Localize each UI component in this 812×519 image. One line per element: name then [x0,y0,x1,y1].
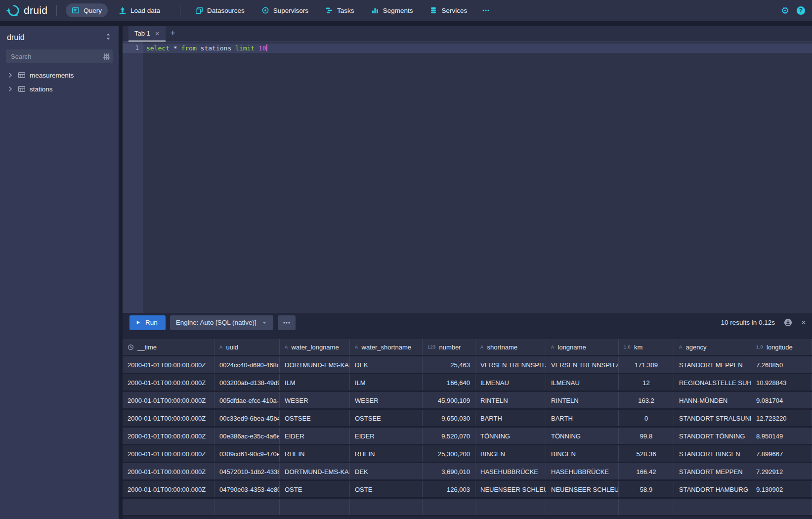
cell-uuid[interactable]: 0024cc40-d690-468d-84 [214,356,280,373]
column-header-km[interactable]: 1.0km [619,339,674,355]
cell-uuid[interactable]: 0309cd61-90c9-470e-99 [214,445,280,462]
cell-agency[interactable]: STANDORT STRALSUND [674,410,751,426]
cell-__time[interactable]: 2000-01-01T00:00:00.000Z [123,392,214,408]
nav-item-segments[interactable]: Segments [365,3,419,17]
cell-longitude[interactable]: 10.928843 [751,374,812,390]
cell-longitude[interactable]: 7.260850 [751,356,812,373]
cell-longname[interactable]: RINTELN [546,392,619,408]
filter-sliders-icon[interactable] [103,53,114,60]
cell-km[interactable]: 58.9 [619,481,674,497]
cell-km[interactable]: 99.8 [619,428,674,444]
tree-item-measurements[interactable]: measurements [0,68,119,82]
cell-water_longname[interactable]: EIDER [280,428,350,444]
cell-water_shortname[interactable]: DEK [350,356,423,373]
cell-shortname[interactable]: BINGEN [475,445,546,462]
help-icon[interactable]: ? [797,6,805,15]
nav-item-tasks[interactable]: Tasks [319,3,360,17]
column-header-longitude[interactable]: 1.0longitude [751,339,812,355]
cell-number[interactable]: 166,640 [423,374,475,390]
cell-agency[interactable]: STANDORT MEPPEN [674,463,751,479]
tab-tab1[interactable]: Tab 1 × [128,26,166,42]
cell-agency[interactable]: REGIONALSTELLE SUHL [674,374,751,390]
cell-water_longname[interactable]: DORTMUND-EMS-KANA [280,463,350,479]
cell-agency[interactable]: HANN-MÜNDEN [674,392,751,408]
cell-water_shortname[interactable]: ILM [350,374,423,390]
cell-longname[interactable]: TÖNNING [546,428,619,444]
gear-icon[interactable]: ⚙ [781,6,789,15]
cell-uuid[interactable]: 003200ab-d138-49d9-aa [214,374,280,390]
cell-water_shortname[interactable]: OSTE [350,481,423,497]
cell-water_longname[interactable]: DORTMUND-EMS-KANA [280,356,350,373]
cell-shortname[interactable]: VERSEN TRENNSPITZE [475,356,546,373]
cell-number[interactable]: 45,900,109 [423,392,475,408]
more-menu-button[interactable] [478,3,494,17]
cell-km[interactable]: 528.36 [619,445,674,462]
cell-water_longname[interactable]: ILM [280,374,350,390]
cell-shortname[interactable]: RINTELN [475,392,546,408]
cell-shortname[interactable]: TÖNNING [475,428,546,444]
brand[interactable]: druid [6,3,47,17]
close-icon[interactable]: × [155,30,160,37]
cell-water_longname[interactable]: OSTE [280,481,350,497]
cell-__time[interactable]: 2000-01-01T00:00:00.000Z [123,374,214,390]
cell-shortname[interactable]: BARTH [475,410,546,426]
cell-longname[interactable]: BINGEN [546,445,619,462]
cell-km[interactable]: 163.2 [619,392,674,408]
cell-water_shortname[interactable]: OSTSEE [350,410,423,426]
cell-longname[interactable]: ILMENAU [546,374,619,390]
cell-water_shortname[interactable]: DEK [350,463,423,479]
cell-uuid[interactable]: 00c33ed9-6bea-45b4-87 [214,410,280,426]
cell-km[interactable]: 0 [619,410,674,426]
cell-number[interactable]: 126,003 [423,481,475,497]
tree-item-stations[interactable]: stations [0,82,119,96]
cell-agency[interactable]: STANDORT HAMBURG [674,481,751,497]
cell-longitude[interactable]: 7.899667 [751,445,812,462]
cell-water_longname[interactable]: RHEIN [280,445,350,462]
cell-number[interactable]: 9,520,070 [423,428,475,444]
cell-number[interactable]: 9,650,030 [423,410,475,426]
nav-item-datasources[interactable]: Datasources [189,3,251,17]
query-more-button[interactable] [278,315,296,330]
cell-__time[interactable]: 2000-01-01T00:00:00.000Z [123,463,214,479]
column-header-water_shortname[interactable]: Awater_shortname [350,339,423,355]
cell-__time[interactable]: 2000-01-01T00:00:00.000Z [123,445,214,462]
cell-number[interactable]: 3,690,010 [423,463,475,479]
cell-__time[interactable]: 2000-01-01T00:00:00.000Z [123,410,214,426]
cell-shortname[interactable]: ILMENAU [475,374,546,390]
cell-water_shortname[interactable]: EIDER [350,428,423,444]
cell-km[interactable]: 12 [619,374,674,390]
cell-uuid[interactable]: 04790e03-4353-4e80-be [214,481,280,497]
chevron-right-icon[interactable] [7,72,14,79]
cell-uuid[interactable]: 005dfdae-efcc-410a-bf1 [214,392,280,408]
nav-item-query[interactable]: Query [66,3,108,17]
cell-longname[interactable]: NEUENSEER SCHLEUSEN [546,481,619,497]
cell-agency[interactable]: STANDORT BINGEN [674,445,751,462]
cell-water_shortname[interactable]: WESER [350,392,423,408]
column-header-number[interactable]: 123number [423,339,475,355]
engine-select[interactable]: Engine: Auto [SQL (native)] [170,315,273,330]
cell-km[interactable]: 166.42 [619,463,674,479]
nav-item-load-data[interactable]: Load data [113,3,166,17]
cell-shortname[interactable]: HASEHUBBRÜCKE [475,463,546,479]
column-header-__time[interactable]: __time [123,339,214,355]
search-input[interactable] [6,53,103,60]
column-header-water_longname[interactable]: Awater_longname [280,339,350,355]
cell-water_longname[interactable]: OSTSEE [280,410,350,426]
nav-item-services[interactable]: Services [424,3,473,17]
cell-longname[interactable]: HASEHUBBRÜCKE [546,463,619,479]
chevron-right-icon[interactable] [7,86,14,92]
cell-__time[interactable]: 2000-01-01T00:00:00.000Z [123,481,214,497]
column-header-longname[interactable]: Alongname [546,339,619,355]
column-header-agency[interactable]: Aagency [674,339,751,355]
close-results-icon[interactable]: × [801,318,806,327]
cell-shortname[interactable]: NEUENSEER SCHLEUSEN [475,481,546,497]
cell-longitude[interactable]: 9.130902 [751,481,812,497]
run-button[interactable]: Run [129,315,166,330]
cell-km[interactable]: 171.309 [619,356,674,373]
nav-item-supervisors[interactable]: Supervisors [256,3,314,17]
cell-uuid[interactable]: 04572010-1db2-4338-85 [214,463,280,479]
cell-longname[interactable]: VERSEN TRENNSPITZE [546,356,619,373]
cell-__time[interactable]: 2000-01-01T00:00:00.000Z [123,356,214,373]
column-header-shortname[interactable]: Ashortname [475,339,546,355]
cell-longitude[interactable]: 7.292912 [751,463,812,479]
